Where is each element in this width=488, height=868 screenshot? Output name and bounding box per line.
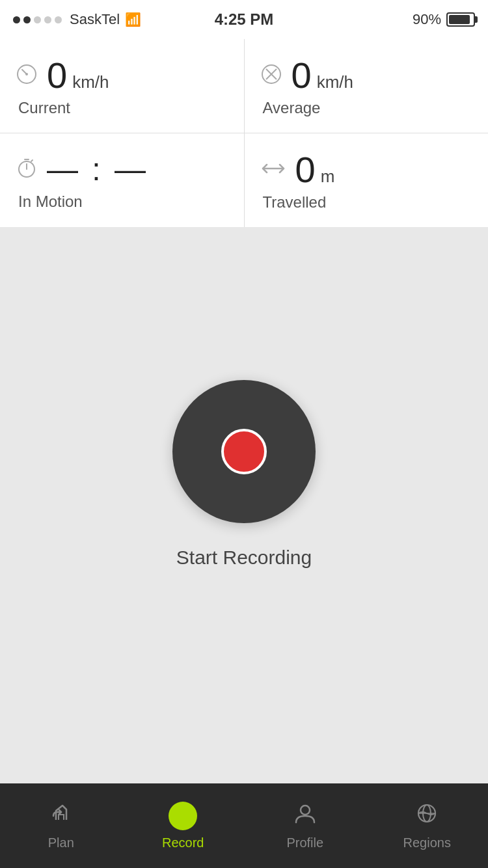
current-speed-value: 0 [47,57,67,94]
current-speed-header: 0 km/h [16,57,228,94]
current-speed-unit: km/h [72,72,109,92]
tab-record[interactable]: Record [122,783,245,868]
signal-dot-5 [55,16,62,23]
tab-profile[interactable]: Profile [244,783,366,868]
svg-point-6 [301,806,310,815]
regions-label: Regions [403,835,451,850]
signal-dots [13,16,62,23]
average-speed-unit: km/h [317,72,353,92]
tab-regions[interactable]: Regions [366,783,489,868]
tab-plan[interactable]: Plan [0,783,122,868]
tab-bar: Plan Record Profile Regions [0,783,488,868]
current-speed-cell: 0 km/h Current [0,39,245,133]
signal-dot-4 [44,16,51,23]
travelled-value-row: 0 m [295,152,335,188]
average-speed-value: 0 [291,57,312,94]
speedometer-icon [16,63,38,88]
globe-icon [415,802,439,830]
wifi-icon: 📶 [125,12,141,27]
average-speed-value-row: 0 km/h [291,57,354,94]
stats-row-1: 0 km/h Current 0 km/h [0,39,488,133]
travelled-value: 0 [295,152,316,188]
travelled-label: Travelled [260,193,473,211]
current-speed-value-row: 0 km/h [47,57,109,94]
profile-icon [293,802,317,830]
current-speed-label: Current [16,99,228,117]
distance-icon [260,159,286,181]
record-dot-icon [221,429,267,474]
status-bar: SaskTel 📶 4:25 PM 90% [0,0,488,39]
in-motion-header: — : — [16,152,228,187]
carrier-label: SaskTel [70,11,120,28]
start-recording-button[interactable] [172,380,316,523]
profile-label: Profile [286,835,323,850]
battery-percent: 90% [413,11,441,28]
travelled-unit: m [321,167,335,187]
signal-dot-1 [13,16,20,23]
average-speed-cell: 0 km/h Average [245,39,489,133]
record-label: Start Recording [176,547,312,569]
signal-dot-3 [34,16,41,23]
in-motion-cell: — : — In Motion [0,133,245,227]
in-motion-value: — : — [47,152,148,187]
signal-dot-2 [23,16,31,23]
svg-point-1 [25,73,28,75]
battery-icon [446,12,475,27]
record-active-dot [169,802,197,830]
record-area: Start Recording [0,227,488,748]
status-right: 90% [413,11,475,28]
status-time: 4:25 PM [215,10,274,29]
average-speed-label: Average [260,99,473,117]
plan-icon [49,802,73,830]
plan-label: Plan [48,835,74,850]
status-left: SaskTel 📶 [13,11,141,28]
stats-panel: 0 km/h Current 0 km/h [0,39,488,227]
average-speed-header: 0 km/h [260,57,473,94]
record-label-tab: Record [162,835,204,850]
timer-icon [16,157,38,182]
stats-row-2: — : — In Motion 0 m Travelled [0,133,488,227]
travelled-header: 0 m [260,152,473,188]
in-motion-label: In Motion [16,193,228,211]
average-icon [260,63,282,88]
travelled-cell: 0 m Travelled [245,133,489,227]
